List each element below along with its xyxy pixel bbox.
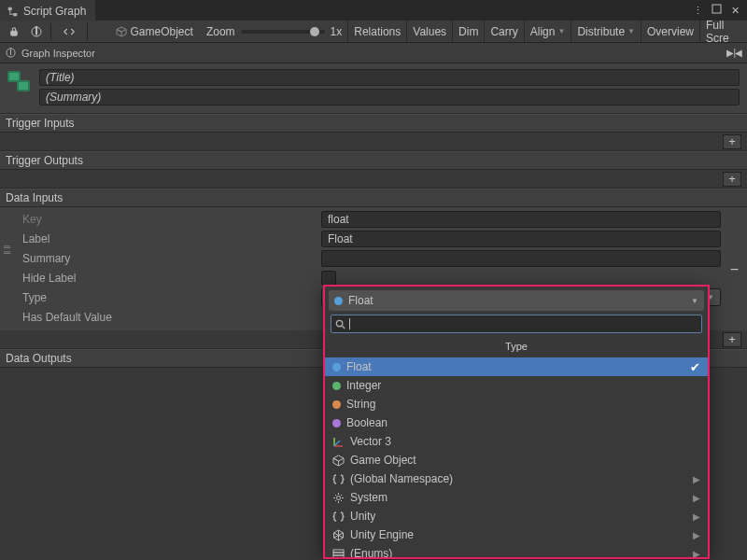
lock-button[interactable] (4, 23, 24, 40)
chevron-right-icon: ▶ (693, 549, 700, 558)
tab-label: Script Graph (23, 5, 86, 18)
lock-icon (9, 27, 19, 36)
svg-line-12 (334, 441, 340, 446)
type-item[interactable]: Boolean (325, 413, 708, 432)
type-picker-current[interactable]: Float ▼ (329, 290, 704, 311)
mode-align[interactable]: Align▼ (524, 21, 571, 42)
summary-label: Summary (22, 252, 321, 265)
type-item[interactable]: Game Object (325, 451, 708, 469)
tab-menu-button[interactable]: ⋮ (691, 4, 704, 17)
info-button[interactable]: i (26, 23, 47, 40)
type-item[interactable]: Unity Engine▶ (325, 525, 708, 544)
window-close-button[interactable]: ✕ (728, 4, 741, 17)
collapse-inspector-button[interactable]: ▶|◀ (726, 48, 741, 58)
unity-icon (332, 529, 345, 541)
section-trigger-inputs[interactable]: Trigger Inputs (0, 114, 747, 133)
cube-icon (332, 455, 345, 467)
type-dot-icon (332, 400, 341, 409)
svg-rect-0 (8, 7, 12, 9)
mode-carry[interactable]: Carry (484, 21, 523, 42)
info-icon: i (6, 48, 16, 58)
graph-summary-input[interactable]: (Summary) (39, 89, 740, 105)
type-item[interactable]: Float✔ (325, 357, 708, 376)
window-popup-button[interactable] (710, 4, 723, 17)
type-item-label: Boolean (346, 416, 388, 429)
tab-script-graph[interactable]: Script Graph (0, 0, 95, 21)
toolbar-modes: Relations Values Dim Carry Align▼ Distri… (347, 21, 743, 42)
graph-title-input[interactable]: (Title) (39, 69, 740, 86)
section-trigger-outputs[interactable]: Trigger Outputs (0, 151, 747, 170)
svg-rect-1 (13, 12, 17, 15)
add-trigger-input-button[interactable]: + (723, 134, 741, 149)
type-item[interactable]: (Enums)▶ (325, 544, 708, 557)
drag-handle-icon[interactable]: ══ (4, 245, 10, 256)
type-label: Type (22, 291, 321, 304)
type-item[interactable]: Integer (325, 376, 708, 395)
cube-icon (116, 26, 127, 37)
type-search-input[interactable] (331, 315, 702, 333)
svg-rect-16 (333, 555, 344, 558)
type-dot-icon (334, 297, 343, 305)
type-item-label: (Enums) (350, 547, 392, 557)
code-button[interactable] (55, 23, 83, 40)
svg-rect-3 (11, 31, 18, 35)
mode-relations[interactable]: Relations (347, 21, 406, 42)
type-item[interactable]: Unity▶ (325, 507, 708, 525)
mode-dim[interactable]: Dim (452, 21, 484, 42)
gameobject-picker[interactable]: GameObject (116, 25, 201, 38)
mode-distribute[interactable]: Distribute▼ (571, 21, 641, 42)
label-label: Label (22, 232, 321, 245)
type-item[interactable]: (Global Namespace)▶ (325, 469, 708, 488)
type-item-label: String (346, 398, 375, 411)
popup-icon (712, 4, 722, 14)
zoom-slider[interactable] (241, 30, 325, 34)
type-item-label: System (350, 491, 388, 504)
type-dot-icon (332, 363, 341, 371)
type-dot-icon (332, 419, 341, 427)
type-item[interactable]: System▶ (325, 488, 708, 507)
hide-label-checkbox[interactable] (321, 271, 336, 286)
add-data-input-button[interactable]: + (723, 332, 741, 347)
remove-data-input-button[interactable]: − (730, 261, 739, 278)
check-icon: ✔ (690, 360, 700, 374)
gear-icon (332, 492, 345, 504)
inspector-label: Graph Inspector (21, 48, 95, 59)
chevron-right-icon: ▶ (693, 530, 700, 540)
zoom-value: 1x (331, 25, 343, 38)
type-item-label: Unity Engine (350, 528, 414, 541)
key-label: Key (22, 213, 321, 226)
type-item-label: (Global Namespace) (350, 472, 453, 485)
zoom-label: Zoom (206, 25, 235, 38)
graph-icon (7, 7, 18, 17)
type-picker-popup: Float ▼ Type Float✔IntegerStringBooleanV… (323, 285, 710, 559)
label-field[interactable]: Float (321, 231, 721, 247)
svg-text:i: i (9, 48, 11, 57)
svg-point-8 (336, 320, 342, 326)
type-item-label: Game Object (350, 454, 416, 467)
key-field[interactable]: float (321, 211, 721, 228)
graph-title-area: (Title) (Summary) (0, 63, 747, 114)
svg-point-13 (337, 496, 341, 499)
svg-rect-2 (712, 5, 721, 13)
type-item[interactable]: Vector 3 (325, 432, 708, 451)
mode-fullscreen[interactable]: Full Scre (699, 21, 743, 42)
add-trigger-output-button[interactable]: + (723, 172, 741, 187)
type-dot-icon (332, 382, 341, 390)
chevron-right-icon: ▶ (693, 493, 700, 503)
summary-field[interactable] (321, 250, 721, 267)
type-item-label: Float (346, 360, 372, 373)
chevron-right-icon: ▶ (693, 511, 700, 522)
type-item-label: Unity (350, 510, 375, 523)
namespace-icon (332, 511, 345, 523)
mode-values[interactable]: Values (406, 21, 452, 42)
gameobject-label: GameObject (131, 25, 201, 38)
mode-overview[interactable]: Overview (641, 21, 699, 42)
search-icon (335, 319, 345, 329)
type-item[interactable]: String (325, 395, 708, 413)
chevron-right-icon: ▶ (693, 474, 700, 484)
section-data-inputs[interactable]: Data Inputs (0, 189, 747, 207)
code-icon (63, 26, 75, 37)
chevron-down-icon: ▼ (691, 297, 698, 305)
enum-icon (332, 548, 345, 558)
toolbar: i GameObject Zoom 1x Relations Values Di… (0, 21, 747, 43)
